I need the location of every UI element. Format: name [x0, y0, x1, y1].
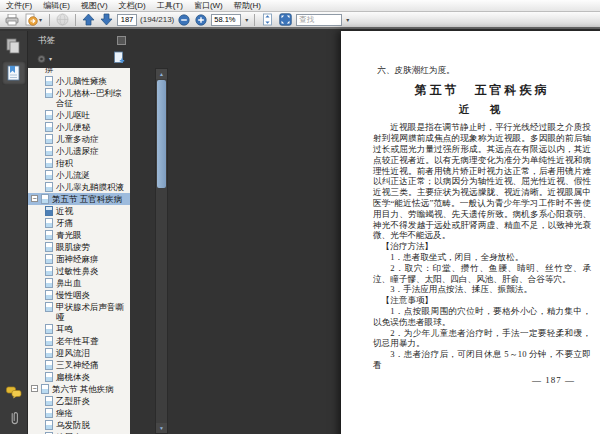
bookmark-item[interactable]: 小儿遗尿症	[28, 145, 130, 157]
bookmark-item[interactable]: 牙痛	[28, 217, 130, 229]
export-button[interactable]: ▾	[23, 13, 44, 27]
bookmark-item[interactable]: 小儿呕吐	[28, 109, 130, 121]
print-button[interactable]	[4, 13, 20, 27]
find-input[interactable]	[296, 14, 342, 26]
bookmark-item[interactable]: 三叉神经痛	[28, 359, 130, 371]
zoom-out-button[interactable]	[177, 13, 191, 27]
menu-item-1[interactable]: 编辑(E)	[43, 0, 70, 11]
bookmark-page-icon	[45, 254, 53, 264]
bookmark-page-icon	[45, 348, 53, 358]
bookmark-item[interactable]: 小儿睾丸鞘膜积液	[28, 181, 130, 193]
bookmark-item[interactable]: 慢性咽炎	[28, 289, 130, 301]
bookmarks-panel-tab[interactable]	[2, 61, 26, 85]
page-paragraph: 3．患者治疗后，可闭目休息 5～10 分钟，不要立即看	[373, 349, 591, 371]
bookmark-item[interactable]: 痹	[28, 68, 130, 75]
chevron-down-icon: ▾	[48, 52, 53, 66]
bookmark-item[interactable]: 近视	[28, 205, 130, 217]
menu-item-2[interactable]: 视图(V)	[81, 0, 108, 11]
bookmarks-panel-header: 书签	[28, 31, 130, 50]
page-content: 六、皮肤潮红为度。 第五节 五官科疾病 近 视 近视眼是指在调节静止时，平行光线…	[341, 31, 600, 386]
bookmark-item[interactable]: 过敏性鼻炎	[28, 265, 130, 277]
bookmark-item[interactable]: 青光眼	[28, 229, 130, 241]
menu-item-4[interactable]: 工具(T)	[157, 0, 183, 11]
bookmark-label: 小儿睾丸鞘膜积液	[56, 182, 124, 192]
previous-page-button[interactable]	[81, 13, 96, 27]
page-paragraph: 近视眼是指在调节静止时，平行光线经过眼之介质投射到视网膜前成焦点的现象称为近视眼…	[373, 122, 591, 241]
collapse-toggle-icon[interactable]	[31, 385, 38, 392]
bookmark-item[interactable]: 小儿脑性瘫痪	[28, 75, 130, 87]
bookmark-page-icon	[45, 134, 53, 144]
bookmark-page-icon	[45, 278, 53, 288]
bookmark-label: 痹	[45, 68, 54, 74]
bookmark-item[interactable]: 鼻出血	[28, 277, 130, 289]
bookmarks-scrollbar[interactable]: ▲ ▼	[155, 68, 168, 434]
zoom-dropdown-caret[interactable]: ▾	[244, 13, 249, 27]
bookmark-label: 扁桃体炎	[56, 372, 90, 382]
comments-panel-tab[interactable]	[2, 380, 26, 404]
bookmark-item[interactable]: 第六节 其他疾病	[28, 383, 130, 395]
bookmark-item[interactable]: 迎风流泪	[28, 347, 130, 359]
page-paragraph: 2．为少年儿童患者治疗时，手法一定要轻柔和缓，切忌用暴力。	[373, 328, 591, 350]
scroll-up-icon[interactable]: ▲	[156, 69, 167, 79]
bookmark-label: 小儿遗尿症	[56, 146, 99, 156]
bookmark-item[interactable]: 小儿流涎	[28, 169, 130, 181]
bookmark-item[interactable]: 第五节 五官科疾病	[28, 193, 130, 205]
bookmark-page-icon	[45, 302, 53, 312]
attachments-panel-tab[interactable]	[2, 406, 26, 430]
scroll-down-icon[interactable]: ▼	[156, 423, 167, 433]
bookmarks-icon	[6, 65, 21, 81]
find-dropdown-caret[interactable]: ▾	[345, 13, 350, 27]
bookmarks-tree: 痹小儿脑性瘫痪小儿格林--巴利综合征小儿呕吐小儿便秘儿童多动症小儿遗尿症疳积小儿…	[28, 68, 130, 434]
scrolling-mode-button[interactable]	[260, 13, 275, 27]
bookmark-label: 小儿格林--巴利综合征	[56, 88, 128, 108]
globe-icon	[56, 13, 69, 26]
upload-globe-button[interactable]	[55, 13, 70, 27]
paperclip-icon	[8, 410, 21, 426]
page-paragraph: 【治疗方法】	[373, 241, 591, 252]
bookmark-item[interactable]: 乌发防脱	[28, 419, 130, 431]
bookmark-label: 面神经麻痹	[56, 254, 99, 264]
menu-item-5[interactable]: 窗口(W)	[194, 0, 223, 11]
scrollbar-thumb[interactable]	[157, 80, 166, 188]
bookmark-item[interactable]: 耳鸣	[28, 323, 130, 335]
zoom-in-button[interactable]	[194, 13, 208, 27]
toolbar-separator	[75, 14, 76, 26]
zoom-level-input[interactable]	[211, 14, 241, 26]
new-bookmark-button[interactable]	[113, 50, 126, 68]
menu-item-6[interactable]: 帮助(H)	[234, 0, 261, 11]
panel-menu-button[interactable]	[117, 36, 126, 45]
pages-panel-tab[interactable]	[2, 34, 26, 58]
bookmark-item[interactable]: 老年性耳聋	[28, 335, 130, 347]
down-arrow-icon	[100, 13, 113, 26]
bookmark-label: 迎风流泪	[56, 348, 90, 358]
bookmark-item[interactable]: 面神经麻痹	[28, 253, 130, 265]
bookmark-item[interactable]: 痤疮	[28, 407, 130, 419]
up-arrow-icon	[82, 13, 95, 26]
chevron-down-icon: ▾	[38, 13, 43, 27]
bookmark-item[interactable]: 疳积	[28, 157, 130, 169]
menu-item-0[interactable]: 文件(F)	[6, 0, 32, 11]
bookmark-label: 小儿便秘	[56, 122, 90, 132]
bookmark-label: 痤疮	[56, 408, 73, 418]
page-text-line: 六、皮肤潮红为度。	[373, 65, 591, 76]
bookmark-options-icon	[36, 53, 48, 65]
bookmark-item[interactable]: 甲状腺术后声音嘶哑	[28, 301, 130, 323]
bookmark-item[interactable]: 眼肌疲劳	[28, 241, 130, 253]
menu-bar: 文件(F)编辑(E)视图(V)文档(D)工具(T)窗口(W)帮助(H)	[0, 0, 600, 12]
page-number-input[interactable]	[117, 14, 137, 26]
bookmark-item[interactable]: 小儿格林--巴利综合征	[28, 87, 130, 109]
bookmark-item[interactable]: 扁桃体炎	[28, 371, 130, 383]
collapse-toggle-icon[interactable]	[31, 195, 38, 202]
bookmark-item[interactable]: 乙型肝炎	[28, 395, 130, 407]
bookmark-item[interactable]: 小儿便秘	[28, 121, 130, 133]
bookmark-label: 乙型肝炎	[56, 396, 90, 406]
bookmark-page-icon	[45, 290, 53, 300]
bookmark-label: 青光眼	[56, 230, 82, 240]
bookmark-item[interactable]: 儿童多动症	[28, 133, 130, 145]
menu-item-3[interactable]: 文档(D)	[119, 0, 146, 11]
full-screen-button[interactable]	[278, 13, 293, 27]
bookmark-options-button[interactable]: ▾	[36, 52, 53, 66]
page-paragraph: 【注意事项】	[373, 295, 591, 306]
bookmark-label: 耳鸣	[56, 324, 73, 334]
next-page-button[interactable]	[99, 13, 114, 27]
